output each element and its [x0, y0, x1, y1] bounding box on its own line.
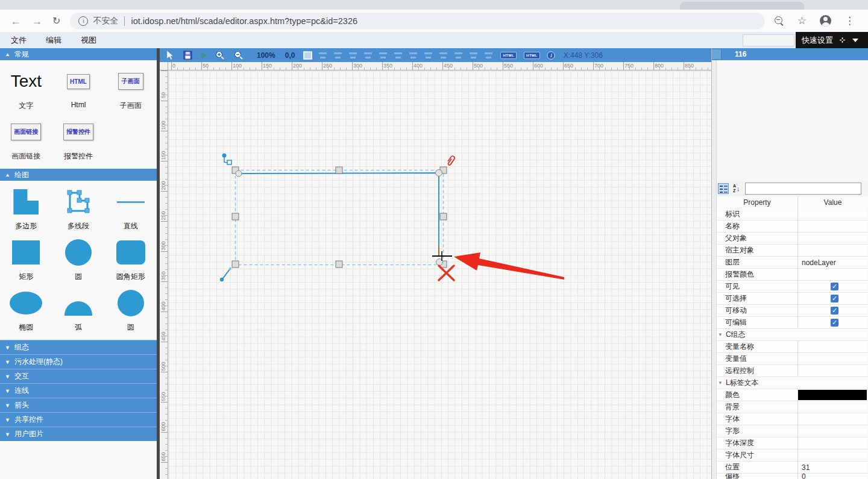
checkbox-checked[interactable]: ✓: [831, 295, 838, 302]
property-value-7[interactable]: ✓: [797, 293, 867, 304]
property-value-2[interactable]: [797, 233, 867, 244]
info-icon[interactable]: i: [547, 51, 555, 60]
same-height-icon[interactable]: [454, 52, 463, 59]
quick-settings-bar[interactable]: 快速设置: [796, 32, 868, 48]
forward-icon[interactable]: →: [31, 16, 42, 27]
menu-item-1[interactable]: 编辑: [46, 35, 61, 46]
property-value-20[interactable]: [797, 449, 867, 461]
polyline-vertex-node[interactable]: [436, 170, 442, 177]
section-header-zutai[interactable]: ▼组态: [0, 340, 157, 354]
palette-item-text[interactable]: Text文字: [0, 67, 52, 111]
selection-handle[interactable]: [336, 167, 342, 174]
property-value-6[interactable]: ✓: [797, 281, 867, 292]
pointer-tool-icon[interactable]: [165, 50, 175, 60]
section-header-drawing[interactable]: ▲ 绘图: [0, 169, 157, 181]
drawn-polyline[interactable]: [239, 173, 439, 246]
panel-header-button[interactable]: [712, 49, 722, 59]
section-header-jiantou[interactable]: ▼箭头: [0, 398, 157, 412]
ungroup-icon[interactable]: [333, 52, 342, 59]
selection-handle[interactable]: [336, 261, 342, 268]
screen-link-button[interactable]: 画面链接: [11, 124, 41, 140]
zoom-out-icon[interactable]: [234, 51, 244, 60]
sub-screen-button[interactable]: 子画面: [118, 73, 143, 90]
canvas-settings-icon[interactable]: [303, 51, 312, 60]
palette-item-circle[interactable]: 圆: [52, 239, 105, 282]
property-value-16[interactable]: [797, 401, 867, 413]
quick-settings-dropdown-icon[interactable]: [852, 39, 858, 42]
section-header-yonghutupian[interactable]: ▼用户图片: [0, 427, 157, 441]
color-swatch[interactable]: [798, 390, 867, 400]
palette-item-line[interactable]: 直线: [104, 188, 157, 231]
section-header-lianxian[interactable]: ▼连线: [0, 383, 157, 398]
panel-scroll-gutter[interactable]: [712, 60, 717, 479]
align-left-icon[interactable]: [348, 52, 357, 59]
url-field[interactable]: i 不安全 iot.idosp.net/html/scada/editor.as…: [70, 13, 764, 30]
palette-item-html[interactable]: HTMLHtml: [52, 67, 105, 111]
dock-icon[interactable]: [838, 36, 846, 44]
polyline-vertex-node[interactable]: [236, 171, 242, 177]
palette-item-rounded-rect[interactable]: 圆角矩形: [104, 239, 157, 282]
property-value-9[interactable]: ✓: [797, 317, 867, 328]
palette-item-rect[interactable]: 矩形: [0, 239, 52, 282]
section-header-general[interactable]: ▲ 常规: [0, 48, 157, 60]
checkbox-checked[interactable]: ✓: [831, 283, 838, 290]
page-info-icon[interactable]: i: [78, 16, 88, 26]
property-value-17[interactable]: [797, 413, 867, 425]
palette-item-ellipse[interactable]: 椭圆: [0, 289, 52, 333]
menu-item-0[interactable]: 文件: [11, 35, 27, 46]
reload-icon[interactable]: ↻: [52, 16, 60, 26]
profile-avatar[interactable]: [820, 15, 831, 27]
menu-inset-field[interactable]: [743, 34, 794, 46]
palette-item-screen-link[interactable]: 画面链接画面链接: [0, 118, 52, 161]
align-center-icon[interactable]: [363, 52, 373, 59]
align-middle-icon[interactable]: [409, 52, 418, 59]
property-value-1[interactable]: [797, 221, 867, 232]
menu-item-2[interactable]: 视图: [81, 35, 96, 46]
property-value-18[interactable]: [797, 425, 867, 437]
palette-item-arc[interactable]: 弧: [52, 289, 105, 333]
save-icon[interactable]: [183, 51, 192, 60]
editor-canvas[interactable]: [169, 71, 711, 479]
bookmark-star-icon[interactable]: ☆: [797, 16, 807, 26]
html-button[interactable]: HTML: [67, 74, 90, 89]
preview-html-icon[interactable]: HTML: [524, 52, 540, 59]
checkbox-checked[interactable]: ✓: [831, 319, 838, 327]
property-value-13[interactable]: [797, 365, 867, 377]
group-collapse-icon[interactable]: ▼: [718, 332, 723, 337]
distribute-vertical-icon[interactable]: [484, 52, 493, 59]
palette-item-polyline[interactable]: 多线段: [52, 188, 105, 231]
sort-alphabetical-icon[interactable]: AZ↓: [733, 184, 740, 193]
property-value-15[interactable]: [797, 389, 867, 401]
browser-menu-icon[interactable]: ⋮: [844, 16, 855, 26]
categorized-view-icon[interactable]: [718, 183, 729, 194]
section-header-wushuichuli[interactable]: ▼污水处理(静态): [0, 354, 157, 369]
palette-item-circle-2[interactable]: 圆: [104, 289, 157, 333]
back-icon[interactable]: ←: [10, 16, 21, 27]
distribute-horizontal-icon[interactable]: [469, 52, 478, 59]
section-header-gongxiangkongjian[interactable]: ▼共享控件: [0, 412, 157, 427]
property-value-3[interactable]: [797, 245, 867, 256]
selection-handle[interactable]: [232, 261, 239, 268]
browser-tab[interactable]: [680, 2, 804, 10]
run-preview-icon[interactable]: [201, 52, 207, 59]
align-right-icon[interactable]: [379, 52, 388, 59]
property-value-8[interactable]: ✓: [797, 305, 867, 316]
zoom-in-icon[interactable]: [215, 51, 225, 60]
section-header-jiaohu[interactable]: ▼交互: [0, 369, 157, 383]
alarm-widget-button[interactable]: 报警控件: [63, 124, 93, 140]
palette-item-polygon[interactable]: 多边形: [0, 188, 52, 231]
selection-handle[interactable]: [232, 213, 239, 220]
align-top-icon[interactable]: [394, 52, 403, 59]
zoom-indicator-icon[interactable]: [775, 16, 784, 26]
same-width-icon[interactable]: [439, 52, 448, 59]
property-value-4[interactable]: nodeLayer: [797, 257, 867, 268]
palette-item-sub-screen[interactable]: 子画面子画面: [104, 67, 157, 111]
property-filter-input[interactable]: [745, 183, 861, 195]
property-value-22[interactable]: 0: [797, 474, 867, 479]
property-value-5[interactable]: [797, 269, 867, 280]
property-value-11[interactable]: [797, 341, 867, 352]
export-html-icon[interactable]: HTML: [500, 52, 517, 59]
property-value-19[interactable]: [797, 437, 867, 449]
palette-item-alarm-widget[interactable]: 报警控件报警控件: [52, 118, 105, 161]
align-bottom-icon[interactable]: [424, 52, 433, 59]
